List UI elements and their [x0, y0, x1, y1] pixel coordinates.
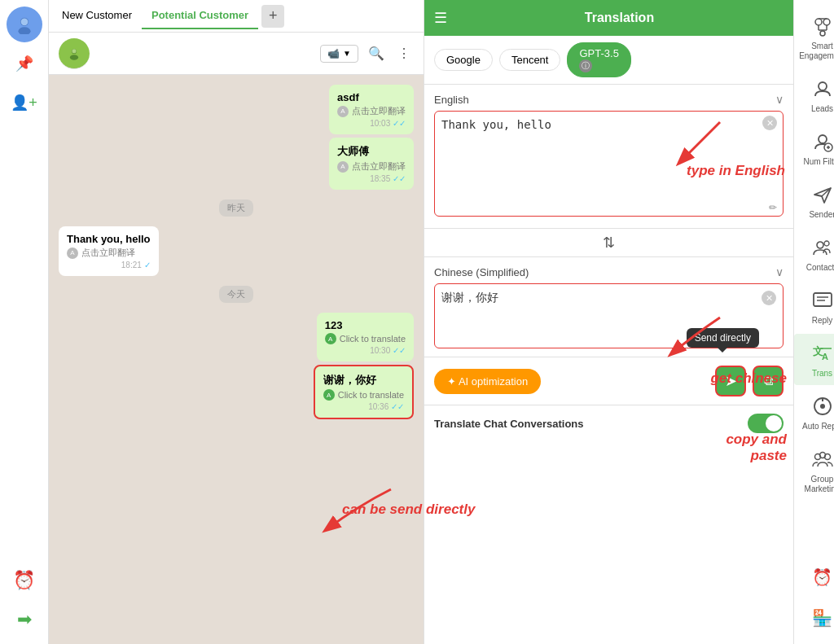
msg-translate[interactable]: A 点击立即翻译 [337, 160, 406, 173]
translate-chat-toggle[interactable] [748, 414, 784, 433]
num-filter-icon [810, 129, 835, 155]
translate-label: Click to translate [338, 390, 404, 400]
sidebar-item-auto-reply[interactable]: Auto Reply [794, 387, 834, 438]
svg-point-17 [819, 135, 827, 143]
swap-languages-button[interactable]: ⇅ [424, 229, 793, 257]
svg-point-22 [817, 242, 823, 248]
msg-translate[interactable]: A Click to translate [323, 389, 404, 401]
num-filter-label: Num Filter [803, 157, 834, 167]
sender-icon [810, 182, 835, 208]
translate-icon: A [337, 106, 349, 117]
pin-icon[interactable]: 📌 [7, 46, 42, 81]
translated-text: 谢谢，你好 [441, 291, 498, 304]
clock-icon: ⏰ [810, 564, 835, 590]
message-dashi: 大师傅 A 点击立即翻译 18:35 ✓✓ [329, 138, 414, 190]
svg-point-15 [820, 31, 825, 36]
schedule-icon[interactable]: ⏰ [7, 563, 42, 598]
copy-button[interactable]: ⧉ [753, 366, 784, 396]
date-divider-yesterday: 昨天 [219, 199, 253, 217]
auto-reply-icon [810, 393, 835, 419]
tab-add-button[interactable]: + [261, 5, 284, 28]
svg-point-4 [70, 55, 78, 60]
sidebar-item-trans[interactable]: 文 A Trans [794, 334, 834, 385]
gpt35-engine-btn[interactable]: GPT-3.5 ⓘ [567, 42, 630, 77]
store-icon: 🏪 [810, 605, 835, 631]
add-user-icon[interactable]: 👤+ [7, 85, 42, 120]
menu-icon[interactable]: ☰ [434, 9, 447, 27]
svg-point-23 [824, 241, 829, 246]
sender-label: Sender [809, 210, 834, 220]
translation-actions: Send directly ✦ AI optimization ➤ ⧉ [424, 357, 793, 405]
sidebar-item-schedule[interactable]: ⏰ [794, 558, 834, 597]
tab-potential-customer[interactable]: Potential Customer [142, 2, 258, 29]
target-lang-label: Chinese (Simplified) [434, 266, 529, 278]
sidebar-item-leads[interactable]: Leads [794, 69, 834, 120]
source-lang-chevron[interactable]: ∨ [775, 93, 784, 106]
smart-engagement-label: SmartEngagement [799, 42, 834, 61]
sidebar-item-reply[interactable]: Reply [794, 281, 834, 332]
contact-avatar [59, 38, 90, 69]
auto-reply-label: Auto Reply [802, 422, 834, 432]
translate-icon: A [337, 161, 349, 173]
check-icon: ✓✓ [391, 402, 404, 411]
date-divider-today: 今天 [219, 286, 253, 303]
video-icon: 📹 [327, 48, 340, 59]
group-marketing-label: GroupMarketing [805, 475, 834, 494]
check-icon: ✓✓ [393, 119, 406, 128]
ai-optimization-button[interactable]: ✦ AI optimization [434, 369, 541, 394]
smart-engagement-icon [810, 13, 835, 39]
send-icon: ➤ [725, 372, 737, 390]
sidebar-item-num-filter[interactable]: Num Filter [794, 122, 834, 173]
google-engine-btn[interactable]: Google [434, 49, 493, 71]
target-lang-selector: Chinese (Simplified) ∨ [434, 265, 784, 278]
sidebar-item-store[interactable]: 🏪 [794, 598, 834, 637]
chat-area: New Customer Potential Customer + 📹 ▼ 🔍 … [49, 0, 424, 644]
sidebar-item-smart-engagement[interactable]: SmartEngagement [794, 7, 834, 68]
check-icon: ✓✓ [393, 174, 406, 183]
sidebar-item-sender[interactable]: Sender [794, 175, 834, 226]
next-icon[interactable]: ➡ [7, 602, 42, 637]
sidebar-item-group-marketing[interactable]: GroupMarketing [794, 440, 834, 501]
clear-source-button[interactable]: ✕ [762, 116, 777, 130]
reply-label: Reply [812, 316, 833, 326]
trans-icon: 文 A [810, 340, 835, 366]
translate-icon: A [67, 248, 78, 259]
contacts-icon [810, 234, 835, 261]
clear-output-button[interactable]: ✕ [762, 291, 776, 305]
msg-translate[interactable]: A Click to translate [325, 333, 406, 344]
video-btn-arrow: ▼ [343, 49, 351, 58]
user-avatar[interactable] [7, 7, 42, 42]
svg-point-1 [18, 27, 30, 34]
leads-label: Leads [811, 104, 833, 114]
info-icon[interactable]: ⓘ [579, 59, 592, 72]
send-directly-tooltip: Send directly [687, 328, 759, 348]
source-text-input[interactable]: Thank you, hello [434, 111, 784, 217]
chat-header: 📹 ▼ 🔍 ⋮ [49, 33, 424, 75]
reply-icon [810, 287, 835, 313]
engine-selector: Google Tencent GPT-3.5 ⓘ [424, 36, 793, 85]
msg-translate[interactable]: A 点击立即翻译 [337, 105, 406, 117]
translation-title: Translation [455, 11, 784, 25]
msg-translate[interactable]: A 点击立即翻译 [67, 247, 151, 259]
msg-text: asdf [337, 91, 406, 103]
translate-label: Click to translate [340, 334, 406, 344]
tencent-engine-btn[interactable]: Tencent [499, 49, 561, 71]
target-lang-chevron[interactable]: ∨ [775, 265, 784, 278]
msg-time: 18:21 ✓ [67, 261, 151, 269]
sidebar-item-contacts[interactable]: Contacts [794, 228, 834, 279]
video-call-button[interactable]: 📹 ▼ [320, 45, 358, 63]
more-options-button[interactable]: ⋮ [394, 42, 414, 64]
trans-label: Trans [812, 369, 832, 379]
tab-new-customer[interactable]: New Customer [52, 2, 142, 29]
translate-icon: A [323, 389, 335, 401]
send-directly-button[interactable]: ➤ [715, 366, 746, 396]
msg-text: 123 [325, 319, 406, 331]
tabs-bar: New Customer Potential Customer + [49, 0, 424, 33]
svg-point-10 [823, 19, 830, 25]
search-button[interactable]: 🔍 [365, 42, 388, 64]
svg-point-16 [819, 82, 827, 90]
edit-icon[interactable]: ✏ [769, 202, 777, 213]
translate-chat-toggle-row: Translate Chat Conversations [424, 405, 793, 441]
message-thankyou: Thank you, hello A 点击立即翻译 18:21 ✓ [59, 226, 159, 276]
source-lang-selector: English ∨ [434, 93, 784, 106]
